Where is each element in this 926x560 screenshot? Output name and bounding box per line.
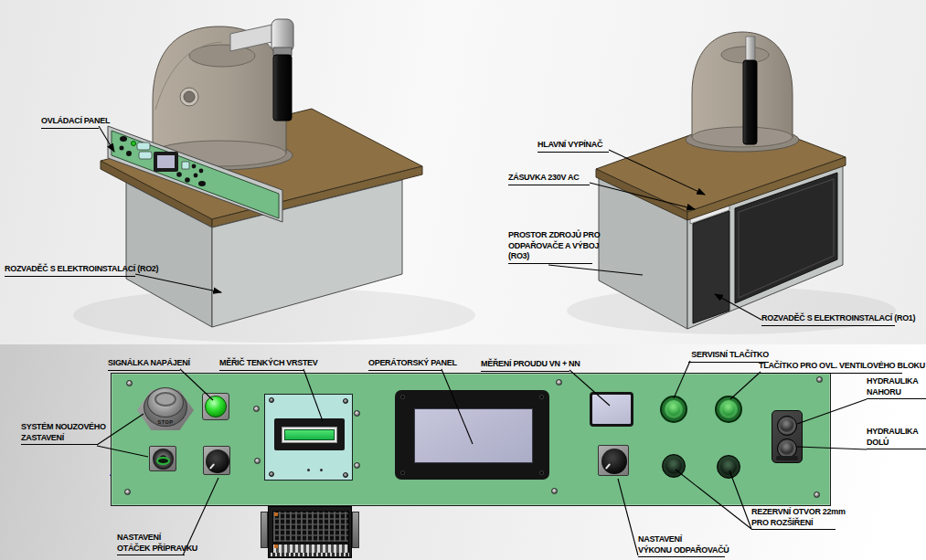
label-line: ZASTAVENÍ — [21, 433, 97, 444]
screw-icon — [354, 462, 360, 469]
screw-icon — [254, 458, 261, 464]
thin-film-meter — [264, 394, 353, 481]
screw-icon — [343, 472, 348, 478]
label-line: NASTAVENÍ — [638, 534, 725, 545]
connector-led — [274, 512, 278, 516]
power-indicator-lamp — [202, 393, 229, 420]
label-line: HYDRAULIKA — [867, 427, 926, 438]
label-evaporator-power: NASTAVENÍ VÝKONU ODPAŘOVAČŮ — [638, 534, 725, 557]
operator-touch-panel — [395, 390, 549, 480]
screw-icon — [253, 406, 260, 412]
label-film-meter: MĚŘIČ TENKÝCH VRSTEV — [219, 358, 303, 371]
screw-icon — [124, 489, 131, 495]
hydraulics-control-block — [772, 410, 803, 463]
evaporator-power-knob — [598, 445, 629, 476]
label-reserve-hole: REZERVNÍ OTVOR 22mm PRO ROZŠÍŘENÍ — [751, 507, 836, 530]
label-line: NASTAVENÍ — [117, 533, 185, 544]
connector-bracket-right — [352, 512, 359, 548]
knob-cap — [206, 449, 229, 473]
lamp-green-dome — [205, 396, 227, 417]
label-socket: ZÁSUVKA 230V AC — [508, 173, 590, 185]
label-main-switch: HLAVNÍ VYPÍNAČ — [538, 140, 609, 153]
label-fixture-rpm: NASTAVENÍ OTÁČEK PŘÍPRAVKU — [117, 533, 185, 555]
fixture-rpm-knob — [203, 446, 230, 475]
screw-icon — [343, 398, 348, 404]
operator-screen — [414, 408, 533, 463]
screw-icon — [539, 470, 544, 475]
emergency-stop-button: STOP — [137, 385, 194, 432]
label-line: DOLŮ — [867, 438, 926, 449]
label-line: (RO3) — [508, 251, 592, 262]
drawing-canvas: STOP — [0, 0, 926, 560]
label-current-measurement: MĚŘENÍ PROUDU VN + NN — [481, 359, 569, 372]
label-emergency-stop: SYSTÉM NOUZOVÉHO ZASTAVENÍ — [21, 422, 97, 445]
screw-icon — [551, 488, 558, 494]
label-line: HYDRAULIKA — [867, 376, 926, 387]
screw-icon — [126, 380, 133, 386]
estop-stop-text: STOP — [137, 419, 194, 425]
reserve-hole-left — [662, 454, 686, 478]
label-line: REZERVNÍ OTVOR 22mm — [751, 507, 836, 518]
screw-icon — [400, 470, 405, 475]
label-line: PROSTOR ZDROJŮ PRO — [508, 230, 592, 241]
screw-icon — [814, 491, 820, 498]
screw-icon — [269, 471, 274, 477]
screw-icon — [400, 395, 405, 399]
screw-icon — [354, 410, 360, 417]
knob-cap — [601, 449, 627, 474]
label-line: VÝKONU ODPAŘOVAČŮ — [638, 545, 725, 556]
label-cabinet-ro2: ROZVADĚČ S ELEKTROINSTALACÍ (RO2) — [5, 264, 135, 277]
connector-pin-grid — [272, 511, 349, 543]
meter-dot — [307, 469, 310, 471]
isometric-views-background — [0, 0, 926, 344]
label-line: PRO ROZŠÍŘENÍ — [751, 518, 836, 529]
screw-icon — [816, 376, 823, 383]
connector-led — [274, 544, 278, 548]
connector-bracket-left — [261, 512, 268, 548]
label-power-lamp: SIGNÁLKA NAPÁJENÍ — [108, 358, 180, 371]
label-control-panel: OVLÁDACÍ PANEL — [41, 116, 99, 129]
label-service-button: SERVISNÍ TLAČÍTKO — [688, 350, 769, 363]
label-cabinet-ro1: ROZVADĚČ S ELEKTROINSTALACÍ (RO1) — [761, 313, 895, 326]
label-line: ODPAŘOVAČE A VÝBOJ — [508, 241, 592, 252]
key-switch — [149, 446, 176, 471]
label-operator-panel: OPERÁTORSKÝ PANEL — [368, 358, 442, 371]
film-meter-lcd — [284, 429, 335, 440]
screw-icon — [269, 397, 274, 403]
label-hydraulics-up: HYDRAULIKA NAHORU — [867, 376, 926, 399]
hydraulics-block-foot — [776, 456, 798, 460]
service-button — [660, 396, 687, 423]
key-switch-slot — [156, 457, 170, 465]
screw-icon — [556, 379, 562, 386]
label-valve-block-button: TLAČÍTKO PRO OVL. VENTILOVÉHO BLOKU — [759, 361, 902, 374]
label-line: SYSTÉM NOUZOVÉHO — [21, 422, 97, 433]
rear-terminal-connector — [268, 506, 352, 558]
hydraulics-up-button — [777, 416, 797, 436]
screw-icon — [539, 395, 544, 399]
connector-base-row — [271, 553, 349, 556]
reserve-hole-right — [717, 455, 740, 479]
valve-block-button — [715, 396, 742, 423]
label-line: NAHORU — [867, 387, 926, 398]
current-measurement-display — [590, 392, 633, 427]
meter-dot — [320, 469, 323, 471]
label-sources-compartment: PROSTOR ZDROJŮ PRO ODPAŘOVAČE A VÝBOJ (R… — [508, 230, 592, 264]
label-line: OTÁČEK PŘÍPRAVKU — [117, 544, 185, 555]
label-hydraulics-down: HYDRAULIKA DOLŮ — [867, 427, 926, 449]
estop-cap-ring — [154, 392, 176, 407]
